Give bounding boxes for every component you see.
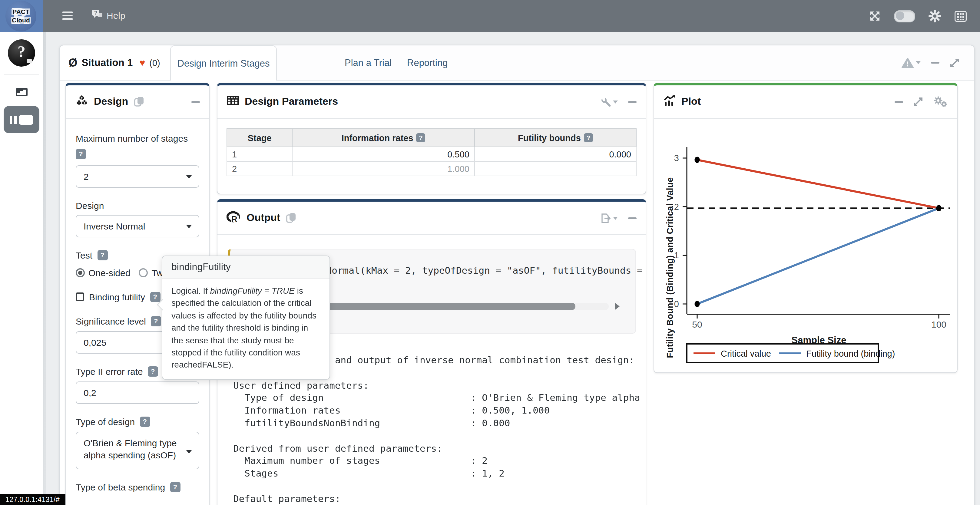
cubes-icon [75, 94, 88, 109]
svg-text:1: 1 [674, 250, 679, 260]
test-help-icon[interactable]: ? [97, 250, 108, 260]
help-label: Help [107, 10, 126, 20]
table-icon [226, 96, 239, 108]
significance-level-label: Significance level [76, 316, 146, 326]
app-root: ? Help [0, 0, 980, 505]
chevron-down-icon [186, 175, 192, 179]
svg-text:2: 2 [674, 202, 679, 212]
output-panel-title: Output [247, 212, 280, 224]
max-stages-label: Maximum number of stages [76, 133, 199, 143]
design-parameters-title: Design Parameters [245, 96, 338, 108]
type-of-beta-spending-help-icon[interactable]: ? [170, 482, 180, 492]
futility-bound-cell-2[interactable] [474, 161, 636, 176]
tab-strip: Ø Situation 1 ♥ (0) Design Interim Stage… [60, 45, 974, 81]
chevron-down-icon [186, 449, 192, 453]
expand-card-button[interactable] [950, 58, 959, 68]
legend-label-futility: Futility bound (binding) [806, 348, 895, 358]
binding-futility-tooltip: bindingFutility Logical. If bindingFutil… [162, 256, 330, 380]
apps-grid-icon[interactable] [955, 11, 967, 22]
copy-output-icon[interactable] [286, 213, 296, 224]
r-logo-icon: R [226, 211, 241, 225]
design-label: Design [76, 200, 199, 210]
dark-mode-toggle[interactable] [894, 10, 915, 22]
table-row: 1 0.500 0.000 [227, 147, 636, 161]
fullscreen-icon[interactable] [869, 10, 881, 22]
futility-bounds-help-icon[interactable]: ? [584, 133, 593, 142]
max-stages-help-icon[interactable]: ? [76, 149, 86, 159]
type2-error-input[interactable] [76, 381, 199, 403]
type-of-beta-spending-label: Type of beta spending [76, 482, 165, 492]
browser-status-bar: 127.0.0.1:4131/# [0, 494, 65, 505]
plot-y-axis-label: Futility Bound (Binding) and Critical Va… [665, 140, 675, 373]
help-bubble-icon: ? [91, 9, 103, 21]
warnings-dropdown-button[interactable] [901, 57, 921, 68]
hamburger-menu-icon[interactable] [62, 11, 73, 20]
max-stages-select[interactable]: 2 [76, 165, 199, 187]
tooltip-title: bindingFutility [162, 256, 329, 278]
type-of-design-select[interactable]: O'Brien & Fleming type alpha spending (a… [76, 432, 199, 469]
type-of-design-label: Type of design [76, 416, 135, 427]
chart-icon [663, 95, 676, 109]
status-url: 127.0.0.1:4131/# [5, 496, 60, 503]
export-dropdown-button[interactable] [601, 213, 618, 223]
scroll-right-arrow-icon[interactable] [615, 303, 620, 310]
situation-label: Situation 1 [82, 57, 133, 68]
binding-futility-help-icon[interactable]: ? [150, 292, 160, 302]
radio-one-sided[interactable]: One-sided [76, 267, 130, 278]
situation-tab[interactable]: Ø Situation 1 ♥ (0) [60, 45, 170, 80]
empty-set-icon: Ø [68, 57, 78, 68]
svg-text:50: 50 [692, 319, 702, 329]
information-rates-help-icon[interactable]: ? [417, 133, 425, 142]
wrench-dropdown-button[interactable] [601, 97, 618, 107]
col-stage: Stage [227, 129, 292, 147]
info-rate-cell-1[interactable]: 0.500 [292, 147, 474, 161]
collapse-design-panel[interactable] [191, 101, 200, 103]
top-bar: ? Help [0, 0, 980, 32]
help-button[interactable]: ? Help [91, 9, 126, 21]
plot-panel-title: Plot [681, 96, 701, 108]
collapse-plot-panel[interactable] [895, 101, 903, 103]
legend-label-critical: Critical value [721, 348, 771, 358]
plot-legend: Critical value Futility bound (binding) [686, 343, 879, 363]
col-information-rates: Information rates? [292, 129, 474, 147]
collapse-design-parameters[interactable] [628, 101, 636, 103]
copy-design-icon[interactable] [134, 96, 144, 107]
plot-settings-gears-icon[interactable] [933, 96, 948, 108]
rpact-logo-circle: R PACT Cloud [5, 1, 37, 32]
sidebar-item-active-module[interactable] [4, 106, 39, 133]
binding-futility-checkbox[interactable] [76, 292, 84, 301]
sidebar-scrollbar[interactable] [43, 32, 46, 505]
stairs-icon[interactable] [16, 88, 28, 99]
left-sidebar: ? [0, 32, 44, 505]
collapse-output-panel[interactable] [628, 217, 636, 219]
sidebar-divider [4, 75, 39, 75]
chevron-down-icon [186, 225, 192, 228]
svg-text:100: 100 [931, 319, 947, 329]
tooltip-body: Logical. If bindingFutility = TRUE is sp… [162, 278, 329, 379]
binding-futility-label: Binding futility [89, 292, 145, 302]
significance-level-help-icon[interactable]: ? [151, 316, 161, 326]
type-of-design-help-icon[interactable]: ? [140, 416, 150, 427]
tab-reporting[interactable]: Reporting [407, 45, 448, 80]
expand-plot-button[interactable] [913, 97, 923, 106]
tab-plan-a-trial[interactable]: Plan a Trial [345, 45, 391, 80]
question-ball-icon[interactable]: ? [8, 40, 35, 67]
svg-text:3: 3 [674, 153, 679, 163]
col-futility-bounds: Futility bounds? [474, 129, 636, 147]
svg-text:R: R [231, 214, 237, 222]
plot-panel: Plot [654, 83, 958, 373]
design-select[interactable]: Inverse Normal [76, 214, 199, 237]
app-logo[interactable]: R PACT Cloud [0, 0, 43, 32]
type2-error-help-icon[interactable]: ? [148, 366, 158, 376]
settings-gear-icon[interactable] [929, 10, 941, 22]
logo-text-top: PACT [11, 8, 30, 15]
svg-text:?: ? [94, 10, 97, 16]
design-parameters-table: Stage Information rates? Futility bounds… [226, 129, 636, 176]
futility-bound-cell-1[interactable]: 0.000 [474, 147, 636, 161]
plot-area: 012350100 Futility Bound (Binding) and C… [654, 119, 958, 373]
heart-icon[interactable]: ♥ [139, 58, 145, 68]
tab-design-interim-stages[interactable]: Design Interim Stages [170, 45, 277, 81]
collapse-card-button[interactable] [931, 62, 939, 64]
info-rate-cell-2[interactable]: 1.000 [292, 161, 474, 176]
legend-line-futility [779, 353, 801, 354]
